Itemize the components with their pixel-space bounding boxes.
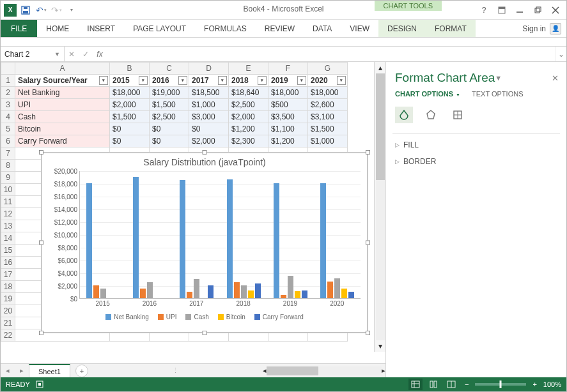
tab-formulas[interactable]: FORMULAS — [195, 20, 256, 37]
col-header-F[interactable]: F — [268, 63, 308, 75]
col-header-A[interactable]: A — [15, 63, 110, 75]
chart-bar[interactable] — [295, 291, 300, 298]
cell[interactable]: $1,200 — [229, 123, 268, 135]
cell[interactable]: $18,640 — [229, 87, 268, 99]
normal-view-icon[interactable] — [408, 379, 423, 390]
cell[interactable]: Net Banking — [15, 87, 110, 99]
cell[interactable]: $2,500 — [229, 99, 268, 111]
vertical-scrollbar[interactable]: ▴ ▾ — [374, 62, 385, 352]
excel-app-icon[interactable]: X — [3, 3, 17, 17]
cell[interactable]: $0 — [150, 135, 189, 147]
chart-bar[interactable] — [288, 276, 293, 298]
tab-split-handle[interactable]: ⋮ — [172, 366, 179, 375]
chart-bar[interactable] — [274, 183, 279, 298]
scroll-down-icon[interactable]: ▾ — [378, 340, 382, 352]
cell[interactable]: $1,000 — [189, 99, 229, 111]
cell[interactable]: $2,300 — [229, 135, 268, 147]
cell[interactable]: $1,500 — [308, 123, 348, 135]
name-box[interactable]: Chart 2 ▼ — [1, 47, 65, 61]
fill-section-header[interactable]: ▷FILL — [386, 137, 566, 153]
new-sheet-button[interactable]: + — [75, 365, 88, 377]
chart-bar-group[interactable] — [127, 171, 173, 298]
cell[interactable]: Cash — [15, 111, 110, 123]
chart-bar[interactable] — [100, 289, 106, 298]
legend-item[interactable]: Cash — [185, 313, 208, 320]
chart-bar-group[interactable] — [221, 171, 267, 298]
row-header[interactable]: 7 — [1, 147, 15, 160]
chart-bar[interactable] — [341, 289, 347, 298]
tab-review[interactable]: REVIEW — [256, 20, 304, 37]
zoom-level[interactable]: 100% — [543, 381, 561, 388]
close-icon[interactable] — [547, 3, 564, 17]
formula-input[interactable] — [107, 47, 555, 61]
cell[interactable]: 2020▾ — [308, 75, 348, 87]
row-header[interactable]: 12 — [1, 208, 15, 220]
zoom-slider[interactable] — [475, 383, 526, 386]
cancel-formula-icon[interactable]: ✕ — [65, 50, 79, 59]
page-layout-view-icon[interactable] — [426, 379, 440, 390]
chart-bar-group[interactable] — [267, 171, 314, 298]
row-header[interactable]: 14 — [1, 232, 15, 245]
select-all-corner[interactable] — [1, 63, 15, 75]
chart-title[interactable]: Salary Distribution (javaTpoint) — [42, 153, 367, 169]
chart-bar[interactable] — [227, 179, 233, 298]
cell[interactable]: $2,000 — [229, 111, 268, 123]
row-header[interactable]: 11 — [1, 196, 15, 208]
col-header-D[interactable]: D — [189, 63, 229, 75]
cell[interactable]: $3,500 — [268, 111, 308, 123]
sheet-tab[interactable]: Sheet1 — [29, 364, 70, 377]
expand-formula-bar-icon[interactable]: ⌄ — [555, 47, 566, 61]
filter-icon[interactable]: ▾ — [337, 76, 346, 85]
row-header[interactable]: 16 — [1, 257, 15, 269]
cell[interactable]: $18,000 — [308, 87, 348, 99]
qat-redo-icon[interactable]: ↷▾ — [49, 3, 63, 17]
filter-icon[interactable]: ▾ — [297, 76, 306, 85]
filter-icon[interactable]: ▾ — [218, 76, 227, 85]
chart-bar[interactable] — [147, 282, 153, 298]
qat-customize-icon[interactable]: ▾ — [65, 3, 79, 17]
cell[interactable]: $3,000 — [189, 111, 229, 123]
chart-bar-group[interactable] — [314, 171, 361, 298]
chart-bar[interactable] — [234, 282, 240, 298]
help-icon[interactable]: ? — [476, 3, 492, 17]
cell[interactable]: $1,000 — [308, 135, 348, 147]
col-header-G[interactable]: G — [308, 63, 348, 75]
tab-design[interactable]: DESIGN — [378, 20, 426, 37]
qat-undo-icon[interactable]: ↶▾ — [34, 3, 48, 17]
fill-and-line-icon[interactable] — [395, 107, 413, 123]
chart-bar-group[interactable] — [80, 171, 127, 298]
cell[interactable]: UPI — [15, 99, 110, 111]
legend-item[interactable]: Bitcoin — [218, 313, 245, 320]
chart-bar[interactable] — [187, 292, 192, 298]
row-header[interactable]: 13 — [1, 220, 15, 232]
restore-icon[interactable] — [529, 3, 546, 17]
row-header[interactable]: 1 — [1, 75, 15, 87]
sheet-nav-next-icon[interactable]: ▸ — [15, 366, 29, 375]
cell[interactable]: $19,000 — [150, 87, 189, 99]
chart-bar[interactable] — [208, 285, 214, 298]
zoom-in-icon[interactable]: + — [530, 381, 539, 388]
chart-bar[interactable] — [255, 283, 261, 298]
row-header[interactable]: 5 — [1, 123, 15, 135]
cell[interactable]: $500 — [268, 99, 308, 111]
task-pane-close-icon[interactable]: ✕ — [547, 73, 559, 83]
row-header[interactable]: 6 — [1, 135, 15, 147]
row-header[interactable]: 4 — [1, 111, 15, 123]
chart-bar[interactable] — [327, 282, 333, 298]
tab-home[interactable]: HOME — [37, 20, 78, 37]
filter-icon[interactable]: ▾ — [258, 76, 267, 85]
macro-record-icon[interactable] — [35, 380, 44, 389]
scroll-right-icon[interactable]: ▸ — [382, 366, 385, 375]
tab-insert[interactable]: INSERT — [78, 20, 124, 37]
chart-plot-area[interactable]: $0$2,000$4,000$6,000$8,000$10,000$12,000… — [79, 171, 361, 299]
chart-bar[interactable] — [86, 183, 92, 298]
chart-bar-group[interactable] — [173, 171, 220, 298]
row-header[interactable]: 20 — [1, 305, 15, 317]
name-box-dropdown-icon[interactable]: ▼ — [54, 51, 60, 57]
row-header[interactable]: 9 — [1, 172, 15, 184]
chart-bar[interactable] — [348, 292, 354, 298]
legend-item[interactable]: Carry Forward — [254, 313, 304, 320]
filter-icon[interactable]: ▾ — [99, 76, 108, 85]
tab-format[interactable]: FORMAT — [426, 20, 476, 37]
col-header-E[interactable]: E — [229, 63, 268, 75]
